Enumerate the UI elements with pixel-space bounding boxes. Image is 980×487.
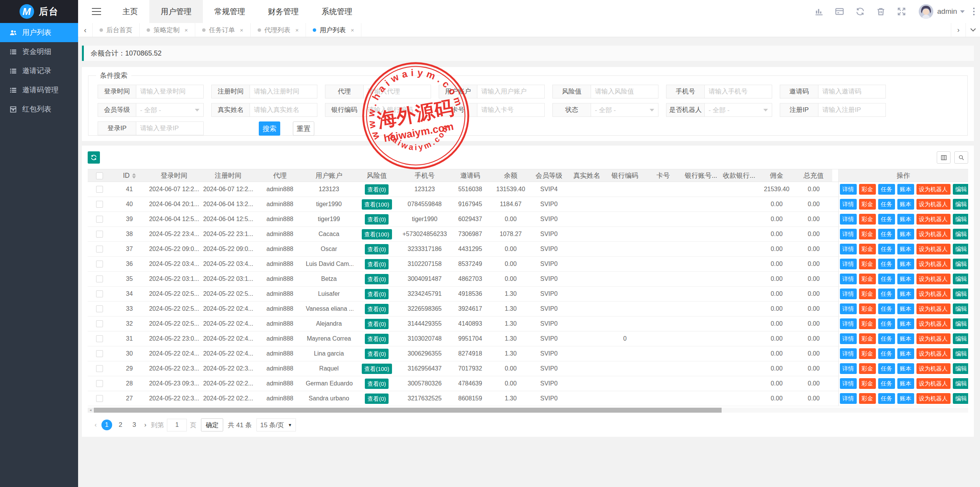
op-button-账本[interactable]: 账本: [897, 244, 914, 254]
row-checkbox[interactable]: [96, 305, 103, 312]
op-button-账本[interactable]: 账本: [897, 378, 914, 389]
risk-view-badge[interactable]: 查看(0): [365, 259, 389, 269]
select-all-checkbox[interactable]: [96, 172, 103, 179]
op-button-编辑[interactable]: 编辑: [953, 363, 968, 374]
op-button-账本[interactable]: 账本: [897, 199, 914, 210]
field-select-状态[interactable]: - 全部 -: [591, 103, 658, 117]
risk-view-badge[interactable]: 查看(0): [365, 394, 389, 404]
op-button-编辑[interactable]: 编辑: [953, 318, 968, 329]
op-button-账本[interactable]: 账本: [897, 184, 914, 195]
op-button-任务[interactable]: 任务: [878, 184, 895, 195]
tab-menu-icon[interactable]: [965, 23, 980, 37]
tab-close-icon[interactable]: ×: [185, 27, 188, 33]
op-button-设为机器人[interactable]: 设为机器人: [916, 348, 951, 359]
op-button-详情[interactable]: 详情: [840, 333, 857, 344]
more-options-icon[interactable]: [973, 8, 975, 15]
sidebar-item-邀请码管理[interactable]: 邀请码管理: [0, 80, 78, 100]
op-button-编辑[interactable]: 编辑: [953, 199, 968, 210]
field-input-用户账户[interactable]: [477, 85, 545, 98]
topnav-item-财务管理[interactable]: 财务管理: [256, 0, 310, 23]
op-button-彩金[interactable]: 彩金: [859, 363, 876, 374]
op-button-详情[interactable]: 详情: [840, 363, 857, 374]
op-button-任务[interactable]: 任务: [878, 199, 895, 210]
topnav-item-系统管理[interactable]: 系统管理: [310, 0, 364, 23]
op-button-编辑[interactable]: 编辑: [953, 259, 968, 269]
op-button-任务[interactable]: 任务: [878, 303, 895, 314]
sidebar-item-资金明细[interactable]: 资金明细: [0, 42, 78, 61]
tab-scroll-right[interactable]: ›: [951, 23, 965, 37]
op-button-任务[interactable]: 任务: [878, 244, 895, 254]
chevron-down-icon[interactable]: [960, 10, 965, 13]
row-checkbox[interactable]: [96, 395, 103, 402]
columns-filter-button[interactable]: [937, 151, 951, 164]
op-button-设为机器人[interactable]: 设为机器人: [916, 184, 951, 195]
tab-scroll-left[interactable]: ‹: [78, 23, 93, 37]
op-button-详情[interactable]: 详情: [840, 229, 857, 239]
field-input-卡号[interactable]: [477, 103, 545, 117]
op-button-详情[interactable]: 详情: [840, 259, 857, 269]
op-button-编辑[interactable]: 编辑: [953, 378, 968, 389]
op-button-详情[interactable]: 详情: [840, 393, 857, 404]
page-size-select[interactable]: 15 条/页▼: [256, 418, 296, 431]
op-button-设为机器人[interactable]: 设为机器人: [916, 289, 951, 299]
goto-page-input[interactable]: [167, 419, 187, 431]
op-button-账本[interactable]: 账本: [897, 274, 914, 284]
op-button-编辑[interactable]: 编辑: [953, 333, 968, 344]
op-button-设为机器人[interactable]: 设为机器人: [916, 303, 951, 314]
op-button-彩金[interactable]: 彩金: [859, 229, 876, 239]
fullscreen-icon[interactable]: [897, 7, 906, 16]
op-button-详情[interactable]: 详情: [840, 184, 857, 195]
op-button-详情[interactable]: 详情: [840, 348, 857, 359]
sidebar-item-红包列表[interactable]: 红包列表: [0, 100, 78, 119]
field-input-登录时间[interactable]: [136, 85, 204, 98]
avatar[interactable]: [919, 4, 933, 19]
op-button-彩金[interactable]: 彩金: [859, 393, 876, 404]
op-button-详情[interactable]: 详情: [840, 378, 857, 389]
op-button-彩金[interactable]: 彩金: [859, 274, 876, 284]
op-button-设为机器人[interactable]: 设为机器人: [916, 393, 951, 404]
op-button-彩金[interactable]: 彩金: [859, 318, 876, 329]
op-button-设为机器人[interactable]: 设为机器人: [916, 244, 951, 254]
risk-view-badge[interactable]: 查看(0): [365, 274, 389, 284]
field-select-是否机器人[interactable]: - 全部 -: [704, 103, 772, 117]
op-button-编辑[interactable]: 编辑: [953, 274, 968, 284]
admin-username[interactable]: admin: [937, 7, 957, 16]
row-checkbox[interactable]: [96, 335, 103, 342]
tab-任务订单[interactable]: 任务订单×: [195, 23, 251, 37]
op-button-编辑[interactable]: 编辑: [953, 244, 968, 254]
op-button-设为机器人[interactable]: 设为机器人: [916, 274, 951, 284]
risk-view-badge[interactable]: 查看(0): [365, 334, 389, 344]
field-input-真实姓名[interactable]: [250, 103, 317, 117]
sort-asc-icon[interactable]: [132, 173, 136, 175]
op-button-详情[interactable]: 详情: [840, 199, 857, 210]
tab-用户列表[interactable]: 用户列表×: [306, 23, 361, 37]
sidebar-item-用户列表[interactable]: 用户列表: [0, 23, 78, 42]
op-button-编辑[interactable]: 编辑: [953, 184, 968, 195]
field-input-注册IP[interactable]: [818, 103, 886, 117]
row-checkbox[interactable]: [96, 365, 103, 372]
trash-icon[interactable]: [876, 7, 886, 16]
scrollbar-thumb[interactable]: [94, 408, 722, 413]
sidebar-item-邀请记录[interactable]: 邀请记录: [0, 61, 78, 80]
field-input-代理[interactable]: [363, 85, 431, 98]
op-button-任务[interactable]: 任务: [878, 333, 895, 344]
op-button-任务[interactable]: 任务: [878, 318, 895, 329]
page-number-3[interactable]: 3: [129, 420, 140, 430]
sort-desc-icon[interactable]: [132, 176, 136, 179]
op-button-编辑[interactable]: 编辑: [953, 289, 968, 299]
wallet-icon[interactable]: [835, 7, 844, 16]
op-button-账本[interactable]: 账本: [897, 363, 914, 374]
op-button-设为机器人[interactable]: 设为机器人: [916, 318, 951, 329]
op-button-设为机器人[interactable]: 设为机器人: [916, 259, 951, 269]
scroll-left-arrow[interactable]: ◂: [88, 408, 93, 413]
reset-button[interactable]: 重置: [293, 121, 314, 136]
field-input-登录IP[interactable]: [136, 121, 204, 135]
op-button-任务[interactable]: 任务: [878, 229, 895, 239]
next-page-arrow[interactable]: ›: [144, 421, 147, 429]
row-checkbox[interactable]: [96, 231, 103, 238]
op-button-彩金[interactable]: 彩金: [859, 348, 876, 359]
chart-icon[interactable]: [814, 7, 824, 16]
op-button-详情[interactable]: 详情: [840, 303, 857, 314]
op-button-账本[interactable]: 账本: [897, 259, 914, 269]
page-number-1[interactable]: 1: [101, 420, 112, 430]
